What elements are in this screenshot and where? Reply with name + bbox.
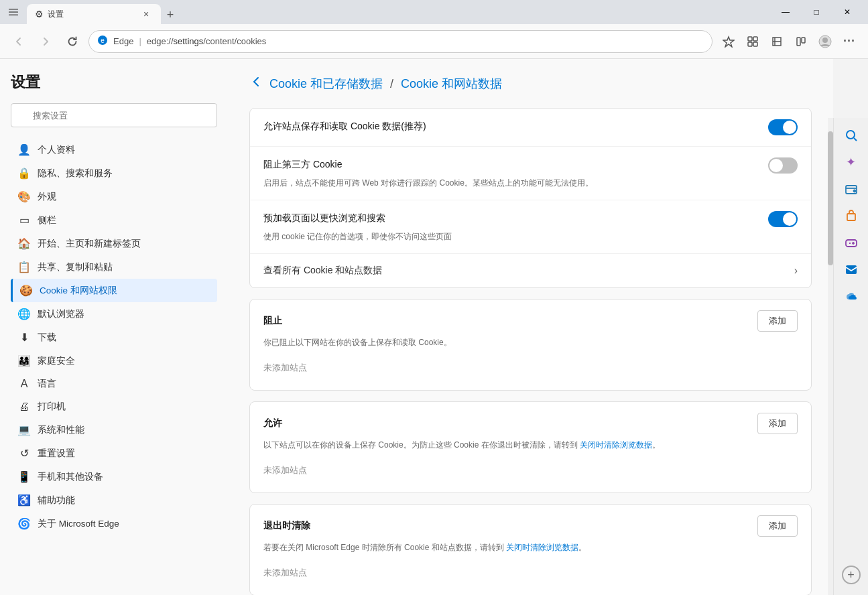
nav-item-1[interactable]: 🔒隐私、搜索和服务: [11, 161, 217, 185]
refresh-button[interactable]: [62, 31, 83, 52]
svg-marker-5: [723, 37, 734, 47]
favorites-star-button[interactable]: [718, 31, 739, 52]
nav-item-8[interactable]: ⬇下载: [11, 326, 217, 349]
toggle-knob: [783, 121, 796, 134]
forward-button[interactable]: [35, 31, 56, 52]
nav-item-icon-8: ⬇: [17, 331, 31, 344]
tab-label: 设置: [48, 9, 64, 20]
nav-item-15[interactable]: ♿辅助功能: [11, 488, 217, 512]
nav-item-9[interactable]: 👨‍👩‍👧家庭安全: [11, 349, 217, 373]
nav-item-label-8: 下载: [38, 332, 56, 344]
back-button[interactable]: [8, 31, 29, 52]
sidebar-toggle[interactable]: [5, 4, 21, 20]
nav-item-14[interactable]: 📱手机和其他设备: [11, 465, 217, 488]
nav-item-icon-11: 🖨: [17, 401, 31, 413]
nav-item-label-16: 关于 Microsoft Edge: [38, 518, 119, 530]
settings-title: 设置: [11, 72, 217, 92]
nav-item-10[interactable]: A语言: [11, 373, 217, 395]
svg-line-17: [854, 138, 857, 141]
preload-info: 预加载页面以更快浏览和搜索: [263, 212, 768, 226]
nav-item-icon-0: 👤: [17, 143, 31, 156]
block-third-party-info: 阻止第三方 Cookie: [263, 159, 768, 172]
nav-item-icon-7: 🌐: [17, 308, 31, 320]
nav-item-7[interactable]: 🌐默认浏览器: [11, 302, 217, 326]
extensions-button[interactable]: [742, 31, 763, 52]
nav-item-3[interactable]: ▭侧栏: [11, 208, 217, 232]
nav-item-icon-2: 🎨: [17, 190, 31, 203]
svg-point-24: [853, 243, 854, 244]
nav-item-label-3: 侧栏: [38, 214, 56, 226]
sidebar-outlook-icon[interactable]: [839, 257, 863, 281]
settings-menu-button[interactable]: ···: [839, 31, 860, 52]
sidebar-shopping-icon[interactable]: [839, 204, 863, 228]
svg-rect-20: [847, 214, 855, 220]
nav-item-5[interactable]: 📋共享、复制和粘贴: [11, 255, 217, 279]
view-all-cookies-row[interactable]: 查看所有 Cookie 和站点数据 ›: [250, 254, 811, 287]
svg-rect-25: [846, 265, 857, 274]
nav-item-16[interactable]: 🌀关于 Microsoft Edge: [11, 512, 217, 535]
nav-item-6[interactable]: 🍪Cookie 和网站权限: [11, 279, 217, 302]
sidebar-onedrive-icon[interactable]: [839, 284, 863, 308]
breadcrumb-back-button[interactable]: [249, 75, 263, 92]
collections-button[interactable]: [790, 31, 812, 52]
breadcrumb: Cookie 和已存储数据 / Cookie 和网站数据: [269, 76, 502, 92]
allow-cookies-info: 允许站点保存和读取 Cookie 数据(推荐): [263, 121, 768, 134]
clear-on-exit-section-card: 退出时清除 添加 若要在关闭 Microsoft Edge 时清除所有 Cook…: [249, 504, 812, 595]
block-section-desc: 你已阻止以下网站在你的设备上保存和读取 Cookie。: [263, 337, 798, 348]
search-wrap: [11, 103, 217, 127]
scrollbar-thumb[interactable]: [828, 131, 833, 265]
tab-close-button[interactable]: ×: [139, 7, 153, 21]
address-brand: Edge: [113, 36, 133, 46]
clear-on-exit-link[interactable]: 关闭时清除浏览数据: [506, 543, 578, 552]
svg-point-19: [853, 190, 855, 192]
scrollbar-track[interactable]: [828, 118, 833, 595]
address-url: edge://settings/content/cookies: [147, 36, 267, 46]
favorites-button[interactable]: [766, 31, 788, 52]
active-tab[interactable]: ⚙ 设置 ×: [27, 4, 161, 24]
sidebar-games-icon[interactable]: [839, 230, 863, 255]
sidebar-search-icon[interactable]: [839, 123, 863, 147]
sidebar-wallet-icon[interactable]: [839, 177, 863, 201]
clear-on-exit-header: 退出时清除 添加: [263, 515, 798, 537]
block-third-party-row: 阻止第三方 Cookie 启用后，站点不能使用可跨 Web 对你进行跟踪的 Co…: [250, 147, 811, 200]
sidebar-sparkle-icon[interactable]: ✦: [839, 150, 863, 174]
nav-item-0[interactable]: 👤个人资料: [11, 138, 217, 161]
preload-row: 预加载页面以更快浏览和搜索 使用 cookie 记住你的首选项，即使你不访问这些…: [250, 200, 811, 254]
svg-point-13: [822, 38, 828, 43]
svg-rect-10: [797, 38, 800, 46]
svg-text:e: e: [101, 37, 105, 44]
allow-add-button[interactable]: 添加: [757, 413, 798, 434]
clear-on-exit-add-button[interactable]: 添加: [757, 515, 798, 537]
svg-rect-2: [9, 15, 18, 16]
nav-item-icon-1: 🔒: [17, 167, 31, 180]
nav-item-icon-4: 🏠: [17, 237, 31, 250]
toggle-knob-2: [769, 159, 783, 172]
toggle-knob-3: [783, 212, 796, 226]
block-third-party-title: 阻止第三方 Cookie: [263, 159, 768, 171]
nav-item-2[interactable]: 🎨外观: [11, 185, 217, 208]
minimize-button[interactable]: —: [770, 0, 801, 24]
close-button[interactable]: ✕: [832, 0, 863, 24]
allow-clear-link[interactable]: 关闭时清除浏览数据: [580, 440, 652, 450]
nav-item-4[interactable]: 🏠开始、主页和新建标签页: [11, 232, 217, 255]
address-bar[interactable]: e Edge | edge://settings/content/cookies: [88, 30, 712, 53]
nav-item-icon-10: A: [17, 378, 31, 390]
maximize-button[interactable]: □: [801, 0, 832, 24]
nav-item-11[interactable]: 🖨打印机: [11, 395, 217, 418]
sidebar-add-button[interactable]: +: [842, 566, 861, 584]
nav-item-label-5: 共享、复制和粘贴: [38, 261, 113, 273]
clear-on-exit-title: 退出时清除: [263, 520, 757, 532]
profile-button[interactable]: [814, 31, 836, 52]
block-add-button[interactable]: 添加: [757, 310, 798, 332]
nav-item-label-10: 语言: [38, 378, 56, 390]
search-input[interactable]: [11, 103, 217, 127]
new-tab-button[interactable]: +: [161, 5, 180, 24]
nav-item-12[interactable]: 💻系统和性能: [11, 418, 217, 442]
breadcrumb-separator: /: [390, 77, 393, 90]
block-third-party-toggle[interactable]: [768, 157, 798, 174]
window-controls: — □ ✕: [770, 0, 863, 24]
nav-item-13[interactable]: ↺重置设置: [11, 442, 217, 465]
nav-item-icon-12: 💻: [17, 423, 31, 436]
allow-cookies-toggle[interactable]: [768, 119, 798, 135]
preload-toggle[interactable]: [768, 211, 798, 227]
